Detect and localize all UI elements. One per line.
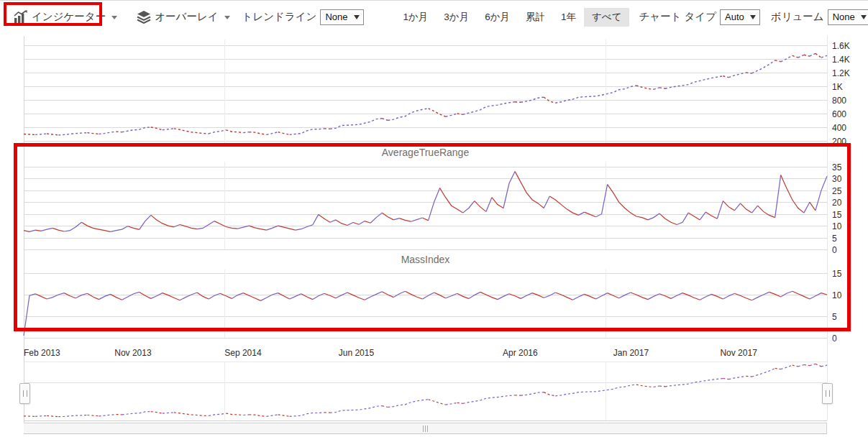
svg-text:30: 30 [832, 174, 842, 184]
navigator-left-handle[interactable] [19, 383, 30, 404]
overlay-button-label: オーバーレイ [155, 10, 218, 24]
chart-type-select[interactable]: Auto [720, 9, 760, 25]
chart-type-select-value: Auto [725, 12, 744, 22]
svg-text:Nov 2013: Nov 2013 [114, 348, 152, 358]
toolbar: インジケーター オーバーレイ トレンドライン None 1か月 3か月 6か月 … [0, 0, 868, 33]
period-button-1y[interactable]: 1年 [553, 8, 584, 27]
chart-type-label: チャート タイプ [639, 10, 716, 24]
indicator-button[interactable]: インジケーター [14, 10, 117, 24]
svg-text:0: 0 [832, 334, 837, 344]
svg-text:1.2K: 1.2K [832, 68, 850, 78]
period-button-6m[interactable]: 6か月 [477, 8, 518, 27]
svg-text:Feb 2013: Feb 2013 [24, 348, 60, 358]
svg-text:0: 0 [832, 245, 837, 255]
svg-text:Apr 2016: Apr 2016 [503, 348, 538, 358]
svg-text:15: 15 [832, 269, 842, 279]
svg-text:1K: 1K [832, 82, 843, 92]
svg-text:1.6K: 1.6K [832, 41, 850, 51]
period-buttons: 1か月 3か月 6か月 累計 1年 すべて [396, 8, 630, 27]
svg-text:5: 5 [832, 312, 837, 322]
svg-text:10: 10 [832, 290, 842, 300]
chevron-down-icon [111, 16, 117, 19]
indicator-button-label: インジケーター [32, 10, 106, 24]
svg-text:25: 25 [832, 186, 842, 196]
period-button-3m[interactable]: 3か月 [436, 8, 477, 27]
svg-text:Nov 2017: Nov 2017 [720, 348, 757, 358]
volume-select[interactable]: None [828, 9, 868, 25]
svg-text:5: 5 [832, 234, 837, 244]
grip-icon [826, 390, 830, 397]
navigator-scrollbar[interactable] [24, 423, 827, 434]
trendline-label: トレンドライン [242, 10, 317, 24]
svg-text:20: 20 [832, 198, 842, 208]
period-button-all[interactable]: すべて [584, 8, 629, 27]
svg-text:600: 600 [832, 109, 846, 119]
chart-canvas: 1.6K1.4K1.2K1K80060040020035302520151050… [0, 0, 868, 437]
svg-text:15: 15 [832, 210, 842, 220]
period-button-ytd[interactable]: 累計 [518, 8, 553, 27]
svg-text:200: 200 [832, 137, 846, 147]
svg-text:Jun 2015: Jun 2015 [339, 348, 375, 358]
mass-index-panel-title: MassIndex [24, 254, 827, 265]
chevron-down-icon [224, 16, 230, 19]
svg-text:400: 400 [832, 123, 846, 133]
grip-icon [23, 390, 27, 397]
stock-chart-app: 1.6K1.4K1.2K1K80060040020035302520151050… [0, 0, 868, 437]
overlay-button[interactable]: オーバーレイ [137, 10, 229, 24]
svg-text:Jan 2017: Jan 2017 [613, 348, 649, 358]
volume-label: ボリューム [771, 10, 824, 24]
svg-text:35: 35 [832, 162, 842, 172]
period-button-1m[interactable]: 1か月 [396, 8, 437, 27]
svg-text:10: 10 [832, 221, 842, 231]
overlay-layers-icon [137, 10, 151, 24]
trendline-select-value: None [325, 12, 347, 22]
scrollbar-grip-icon [423, 426, 428, 432]
svg-text:800: 800 [832, 96, 846, 106]
svg-text:Sep 2014: Sep 2014 [224, 348, 262, 358]
indicator-chart-icon [14, 10, 28, 24]
volume-select-value: None [833, 12, 855, 22]
atr-panel-title: AverageTrueRange [24, 147, 827, 158]
navigator-right-handle[interactable] [822, 383, 833, 404]
select-arrow-icon [750, 15, 756, 19]
trendline-select[interactable]: None [320, 9, 363, 25]
svg-text:1.4K: 1.4K [832, 55, 850, 65]
select-arrow-icon [861, 15, 867, 19]
select-arrow-icon [354, 15, 360, 19]
